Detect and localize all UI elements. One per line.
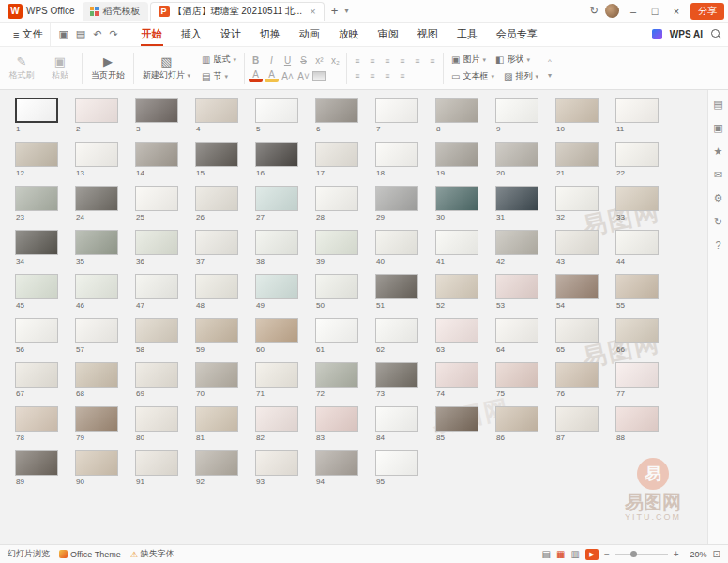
slide-thumbnail[interactable] xyxy=(315,274,358,299)
task-pane-icon[interactable]: ▤ xyxy=(713,99,722,110)
slide-thumbnail[interactable] xyxy=(375,406,418,432)
search-icon[interactable] xyxy=(710,28,722,40)
normal-view-button[interactable]: ▤ xyxy=(542,549,551,559)
underline-icon[interactable]: U xyxy=(281,53,295,67)
slide-thumbnail[interactable] xyxy=(195,142,238,167)
slide-thumbnail[interactable] xyxy=(315,406,358,432)
strikethrough-icon[interactable]: S xyxy=(296,53,311,67)
slide-thumbnail[interactable] xyxy=(615,186,659,211)
zoom-slider-knob[interactable] xyxy=(630,551,637,557)
picture-button[interactable]: ▣ 图片 ▾ xyxy=(447,53,490,67)
zoom-slider[interactable] xyxy=(615,554,668,555)
slide-thumbnail[interactable] xyxy=(255,450,298,476)
slide-thumbnail[interactable] xyxy=(15,318,58,343)
tab-transitions[interactable]: 切换 xyxy=(251,23,289,46)
slide-thumbnail[interactable] xyxy=(375,98,418,123)
format-painter-button[interactable]: ✎ 格式刷 xyxy=(4,49,39,87)
slide-thumbnail[interactable] xyxy=(435,318,478,343)
slide-thumbnail[interactable] xyxy=(555,362,599,388)
slide-thumbnail[interactable] xyxy=(255,406,298,432)
justify-icon[interactable]: ≡ xyxy=(396,69,409,82)
slide-thumbnail[interactable] xyxy=(375,230,418,255)
slide-thumbnail[interactable] xyxy=(495,406,538,432)
increase-font-icon[interactable]: A˄ xyxy=(281,69,295,83)
font-color-icon[interactable]: A xyxy=(249,70,263,82)
slide-thumbnail[interactable] xyxy=(75,450,118,476)
slide-thumbnail[interactable] xyxy=(15,142,58,167)
italic-icon[interactable]: I xyxy=(265,53,279,67)
slide-thumbnail[interactable] xyxy=(495,230,538,255)
fit-to-window-icon[interactable]: ⊡ xyxy=(713,549,720,559)
slide-thumbnail[interactable] xyxy=(135,406,178,432)
textbox-button[interactable]: ▭ 文本框 ▾ xyxy=(447,69,498,84)
wps-logo-icon[interactable]: W xyxy=(8,4,23,19)
slide-thumbnail[interactable] xyxy=(555,318,599,343)
slide-thumbnail[interactable] xyxy=(135,450,178,476)
slide-thumbnail[interactable] xyxy=(315,98,358,123)
wps-ai-label[interactable]: WPS AI xyxy=(670,29,703,39)
decrease-font-icon[interactable]: A˅ xyxy=(296,69,311,83)
align-left-icon[interactable]: ≡ xyxy=(351,69,364,82)
slide-thumbnail[interactable] xyxy=(75,406,118,432)
slide-thumbnail[interactable] xyxy=(435,186,478,211)
slide-thumbnail[interactable] xyxy=(195,274,238,299)
slide-thumbnail[interactable] xyxy=(15,450,58,476)
slide-thumbnail[interactable] xyxy=(555,230,599,255)
slide-thumbnail[interactable] xyxy=(495,274,538,299)
align-center-icon[interactable]: ≡ xyxy=(366,69,379,82)
play-from-current-button[interactable]: ▶ 当页开始 xyxy=(86,49,129,87)
section-button[interactable]: ▤ 节 ▾ xyxy=(198,69,240,84)
slide-thumbnail[interactable] xyxy=(615,98,659,123)
slide-thumbnail[interactable] xyxy=(555,142,599,167)
slide-thumbnail[interactable] xyxy=(375,274,418,299)
bold-icon[interactable]: B xyxy=(249,53,263,67)
slide-thumbnail[interactable] xyxy=(375,450,418,476)
indent-more-icon[interactable]: ≡ xyxy=(396,54,409,67)
minimize-button[interactable]: – xyxy=(626,6,641,17)
document-tab[interactable]: P 【酒店】珺瑭堂 20210511 北... × xyxy=(150,2,325,21)
maximize-button[interactable]: □ xyxy=(647,6,662,17)
save-icon[interactable]: ▣ xyxy=(58,28,68,40)
layout-button[interactable]: ▥ 版式 ▾ xyxy=(198,53,240,67)
slide-thumbnail[interactable] xyxy=(435,142,478,167)
redo-icon[interactable]: ↷ xyxy=(109,28,117,40)
zoom-out-button[interactable]: − xyxy=(604,549,610,559)
tab-tools[interactable]: 工具 xyxy=(448,23,486,46)
slide-thumbnail[interactable] xyxy=(195,98,238,123)
close-window-button[interactable]: × xyxy=(669,6,684,17)
close-tab-icon[interactable]: × xyxy=(310,6,315,17)
slide-thumbnail[interactable] xyxy=(435,406,478,432)
paste-button[interactable]: ▣ 粘贴 xyxy=(42,49,78,87)
slide-thumbnail[interactable] xyxy=(255,318,298,343)
slide-thumbnail[interactable] xyxy=(195,186,238,211)
slide-thumbnail[interactable] xyxy=(255,98,298,123)
slide-thumbnail[interactable] xyxy=(135,186,178,211)
tab-home[interactable]: 开始 xyxy=(133,23,171,46)
slide-thumbnail[interactable] xyxy=(435,98,478,123)
sync-pane-icon[interactable]: ↻ xyxy=(714,217,722,227)
slide-thumbnail[interactable] xyxy=(315,186,358,211)
help-icon[interactable]: ? xyxy=(715,240,720,251)
slide-thumbnail[interactable] xyxy=(15,274,58,299)
slide-thumbnail[interactable] xyxy=(495,98,538,123)
slide-thumbnail[interactable] xyxy=(375,142,418,167)
indent-less-icon[interactable]: ≡ xyxy=(381,54,394,67)
slide-sorter-view-button[interactable]: ▦ xyxy=(556,549,565,559)
slide-thumbnail[interactable] xyxy=(75,318,118,343)
slide-thumbnail[interactable] xyxy=(15,230,58,255)
sync-icon[interactable]: ↻ xyxy=(590,5,599,17)
slide-thumbnail[interactable] xyxy=(615,274,659,299)
notes-view-button[interactable]: ▥ xyxy=(570,549,579,559)
slide-thumbnail[interactable] xyxy=(135,98,178,123)
format-pane-icon[interactable]: ▣ xyxy=(713,123,722,133)
slide-thumbnail[interactable] xyxy=(135,230,178,255)
slide-thumbnail[interactable] xyxy=(195,406,238,432)
tab-review[interactable]: 审阅 xyxy=(370,23,407,46)
slide-thumbnail[interactable] xyxy=(195,362,238,388)
slide-thumbnail[interactable] xyxy=(195,450,238,476)
slide-thumbnail[interactable] xyxy=(615,362,659,388)
slide-thumbnail[interactable] xyxy=(75,98,118,123)
superscript-icon[interactable]: x² xyxy=(312,53,326,67)
bullets-icon[interactable]: ≡ xyxy=(351,54,364,67)
tab-slideshow[interactable]: 放映 xyxy=(330,23,368,46)
